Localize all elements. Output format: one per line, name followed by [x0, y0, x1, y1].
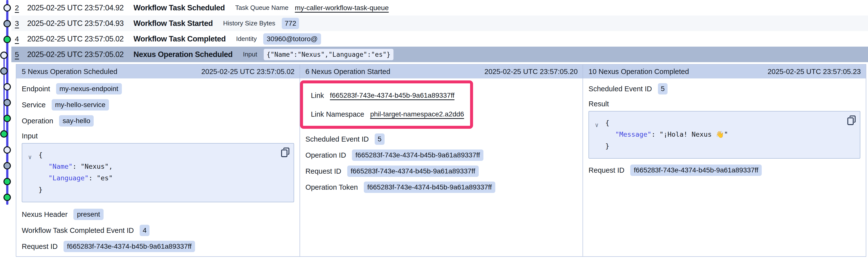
result-section-label: Result: [588, 100, 860, 108]
operation-token-badge: f665283f-743e-4374-b45b-9a61a89337ff: [364, 182, 495, 193]
panel-header: 10 Nexus Operation Completed 2025-02-25 …: [583, 65, 866, 78]
event-status-dot[interactable]: [3, 146, 11, 154]
field-label: Endpoint: [22, 85, 50, 93]
event-detail-label: Input: [243, 50, 257, 58]
field-label: Operation Token: [306, 183, 358, 191]
copy-icon[interactable]: [281, 148, 290, 157]
panel-title: 5 Nexus Operation Scheduled: [22, 68, 117, 76]
event-timestamp: 2025-02-25 UTC 23:57:04.92: [27, 3, 133, 12]
field-label: Request ID: [306, 167, 341, 175]
field-row-link: Link f665283f-743e-4374-b45b-9a61a89337f…: [311, 90, 464, 101]
panel-nexus-operation-completed: 10 Nexus Operation Completed 2025-02-25 …: [583, 65, 866, 256]
field-label: Operation ID: [306, 151, 346, 159]
event-id-link[interactable]: 4: [15, 35, 27, 43]
nexus-header-badge: present: [73, 209, 103, 220]
event-status-dot[interactable]: [3, 36, 11, 43]
field-label: Scheduled Event ID: [588, 85, 652, 93]
operation-id-badge: f665283f-743e-4374-b45b-9a61a89337ff: [352, 149, 484, 161]
field-row-wft-completed-event-id: Workflow Task Completed Event ID 4: [22, 225, 294, 236]
event-status-dot[interactable]: [0, 67, 8, 75]
panel-timestamp: 2025-02-25 UTC 23:57:05.23: [768, 68, 861, 76]
json-key: "Name": [49, 162, 73, 170]
event-status-dot[interactable]: [3, 194, 11, 201]
field-label: Link: [311, 91, 324, 100]
field-row-link-namespace: Link Namespace phil-target-namespace2.a2…: [311, 109, 464, 120]
event-id-link[interactable]: 2: [15, 4, 27, 12]
json-colon: :: [651, 131, 660, 138]
panel-title: 6 Nexus Operation Started: [306, 68, 390, 76]
request-id-badge: f665283f-743e-4374-b45b-9a61a89337ff: [64, 241, 195, 252]
service-badge: my-hello-service: [52, 99, 109, 111]
event-detail-label: History Size Bytes: [223, 20, 275, 27]
field-label: Nexus Header: [22, 211, 67, 219]
json-brace: {: [605, 119, 609, 126]
event-group-detail: 5 Nexus Operation Scheduled 2025-02-25 U…: [16, 64, 866, 257]
json-colon: :: [89, 174, 97, 182]
event-detail-label: Identity: [236, 35, 257, 43]
scheduled-event-badge: 5: [658, 83, 668, 95]
link-namespace-link[interactable]: phil-target-namespace2.a2dd6: [370, 110, 464, 118]
event-row[interactable]: 3 2025-02-25 UTC 23:57:04.93 Workflow Ta…: [11, 15, 868, 31]
event-row-selected[interactable]: 5 2025-02-25 UTC 23:57:05.02 Nexus Opera…: [11, 47, 868, 62]
json-colon: :: [73, 162, 81, 170]
field-label: Service: [22, 101, 46, 109]
field-label: Operation: [22, 117, 53, 125]
field-label: Scheduled Event ID: [306, 135, 369, 143]
event-input-badge: {"Name":"Nexus","Language":"es"}: [264, 49, 394, 60]
field-row-service: Service my-hello-service: [22, 99, 294, 111]
event-status-dot[interactable]: [3, 115, 11, 122]
field-label: Request ID: [22, 243, 58, 251]
annotation-highlight-box: Link f665283f-743e-4374-b45b-9a61a89337f…: [300, 80, 473, 129]
event-status-dot[interactable]: [3, 83, 11, 90]
event-id-link[interactable]: 3: [15, 19, 27, 28]
event-detail-label: Task Queue Name: [235, 4, 288, 11]
panel-header: 6 Nexus Operation Started 2025-02-25 UTC…: [300, 65, 583, 78]
link-value-link[interactable]: f665283f-743e-4374-b45b-9a61a89337ff: [330, 91, 455, 100]
event-name: Workflow Task Scheduled: [133, 3, 225, 12]
json-value: "Nexus",: [81, 162, 113, 170]
scheduled-event-badge: 5: [375, 134, 384, 145]
timeline-branch-line: [3, 55, 5, 134]
json-value: "es": [97, 174, 113, 182]
event-status-dot[interactable]: [3, 178, 11, 185]
copy-icon[interactable]: [847, 115, 856, 125]
panel-header: 5 Nexus Operation Scheduled 2025-02-25 U…: [16, 65, 300, 78]
input-section-label: Input: [22, 132, 294, 140]
endpoint-badge: my-nexus-endpoint: [56, 83, 122, 95]
field-label: Workflow Task Completed Event ID: [22, 226, 134, 234]
event-status-dot[interactable]: [0, 51, 8, 59]
event-detail-badge: 772: [282, 18, 299, 29]
json-key: "Message": [615, 131, 651, 138]
task-queue-link[interactable]: my-caller-workflow-task-queue: [295, 4, 389, 12]
event-name: Workflow Task Started: [133, 19, 213, 28]
event-status-dot[interactable]: [3, 20, 11, 27]
request-id-badge: f665283f-743e-4374-b45b-9a61a89337ff: [347, 165, 479, 177]
event-status-dot[interactable]: [3, 162, 11, 170]
event-id-link[interactable]: 5: [15, 50, 27, 59]
field-row-endpoint: Endpoint my-nexus-endpoint: [22, 83, 294, 95]
event-name: Workflow Task Completed: [133, 35, 226, 43]
field-row-operation-token: Operation Token f665283f-743e-4374-b45b-…: [306, 182, 577, 193]
json-brace: }: [605, 142, 609, 150]
event-timestamp: 2025-02-25 UTC 23:57:05.02: [27, 35, 133, 43]
event-status-dot[interactable]: [0, 130, 8, 138]
event-name: Nexus Operation Scheduled: [133, 50, 232, 59]
panel-nexus-operation-scheduled: 5 Nexus Operation Scheduled 2025-02-25 U…: [16, 65, 300, 256]
json-viewer-result: ∨{ "Message": "¡Hola! Nexus 👋" }: [588, 111, 860, 159]
json-brace: }: [38, 186, 42, 193]
field-label: Request ID: [588, 166, 624, 175]
wft-completed-badge: 4: [140, 225, 150, 236]
event-row-list: 2 2025-02-25 UTC 23:57:04.92 Workflow Ta…: [11, 0, 868, 62]
request-id-badge: f665283f-743e-4374-b45b-9a61a89337ff: [630, 164, 762, 176]
event-row[interactable]: 2 2025-02-25 UTC 23:57:04.92 Workflow Ta…: [11, 0, 868, 15]
json-brace: {: [38, 151, 42, 159]
event-timestamp: 2025-02-25 UTC 23:57:05.02: [27, 50, 133, 59]
event-status-dot[interactable]: [3, 4, 11, 11]
event-status-dot[interactable]: [3, 99, 11, 106]
field-label: Link Namespace: [311, 110, 364, 118]
panel-title: 10 Nexus Operation Completed: [588, 68, 689, 76]
json-viewer-input: ∨{ "Name": "Nexus", "Language": "es" }: [22, 143, 294, 202]
operation-badge: say-hello: [59, 115, 94, 126]
panel-timestamp: 2025-02-25 UTC 23:57:05.02: [201, 68, 294, 76]
event-row[interactable]: 4 2025-02-25 UTC 23:57:05.02 Workflow Ta…: [11, 31, 868, 47]
